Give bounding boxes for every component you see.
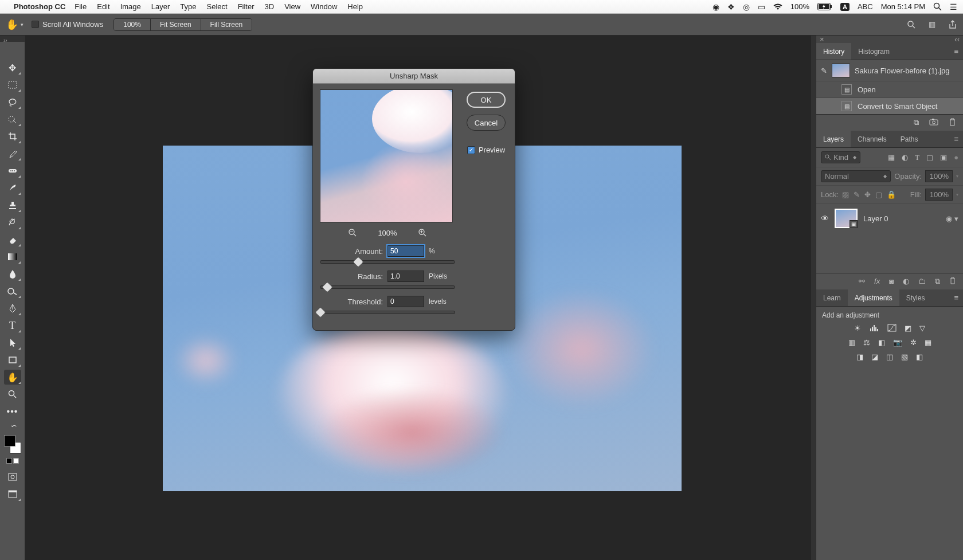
zoom-in-icon[interactable] — [418, 228, 427, 237]
menu-help[interactable]: Help — [347, 2, 363, 11]
share-icon[interactable] — [948, 20, 957, 29]
zoom-out-icon[interactable] — [348, 228, 357, 237]
filter-preview[interactable] — [320, 89, 453, 222]
dodge-tool[interactable] — [4, 284, 21, 299]
default-colors-icon[interactable] — [6, 458, 19, 464]
history-document-row[interactable]: ✎ Sakura Flower-before (1).jpg — [816, 60, 963, 81]
history-step-open[interactable]: ▤ Open — [816, 81, 963, 97]
menu-view[interactable]: View — [284, 2, 300, 11]
menu-layer[interactable]: Layer — [151, 2, 170, 11]
camera-icon[interactable] — [929, 118, 938, 127]
ok-button[interactable]: OK — [467, 92, 506, 108]
filter-smart-icon[interactable]: ▣ — [940, 153, 947, 162]
curves-icon[interactable] — [887, 324, 897, 332]
tab-styles[interactable]: Styles — [899, 289, 932, 306]
tab-layers[interactable]: Layers — [816, 131, 851, 147]
history-step-smart-object[interactable]: ▤ Convert to Smart Object — [816, 97, 963, 114]
menu-window[interactable]: Window — [311, 2, 337, 11]
type-tool[interactable]: T — [4, 318, 21, 333]
zoom-value[interactable]: 100% — [114, 19, 151, 30]
cancel-button[interactable]: Cancel — [467, 115, 506, 131]
menu-edit[interactable]: Edit — [97, 2, 109, 11]
posterize-icon[interactable]: ◪ — [871, 353, 878, 361]
lock-artboard-icon[interactable]: ▢ — [875, 190, 882, 199]
threshold-icon[interactable]: ◫ — [886, 353, 893, 361]
panel-collapse-icon[interactable]: ‹‹ — [954, 35, 960, 44]
brightness-icon[interactable]: ☀ — [854, 324, 861, 332]
input-source-label[interactable]: ABC — [858, 2, 873, 11]
scroll-all-checkbox[interactable] — [32, 21, 39, 28]
fx-icon[interactable]: fx — [874, 277, 880, 286]
radius-input[interactable] — [387, 271, 424, 282]
shape-tool[interactable] — [4, 353, 21, 367]
hand-tool[interactable]: ✋ — [4, 370, 21, 385]
quick-mask-button[interactable] — [4, 469, 21, 484]
eyedropper-tool[interactable] — [4, 146, 21, 161]
marquee-tool[interactable] — [4, 77, 21, 92]
fill-screen-button[interactable]: Fill Screen — [201, 19, 252, 30]
stamp-tool[interactable] — [4, 198, 21, 213]
opacity-value[interactable]: 100% — [925, 170, 953, 182]
fill-value[interactable]: 100% — [925, 189, 953, 201]
filter-adjust-icon[interactable]: ◐ — [902, 153, 908, 162]
lasso-tool[interactable] — [4, 95, 21, 109]
status-wifi-icon[interactable] — [773, 3, 782, 10]
move-tool[interactable]: ✥ — [4, 60, 21, 75]
status-cc-icon[interactable]: ◎ — [743, 2, 750, 11]
invert-icon[interactable]: ◨ — [856, 353, 863, 361]
selective-color-icon[interactable]: ◧ — [916, 353, 923, 361]
menu-3d[interactable]: 3D — [265, 2, 275, 11]
filter-toggle-icon[interactable]: ● — [954, 153, 958, 162]
zoom-tool[interactable] — [4, 387, 21, 402]
dialog-title[interactable]: Unsharp Mask — [313, 69, 515, 84]
filter-kind-dropdown[interactable]: Kind ◆ — [821, 151, 860, 163]
blend-mode-dropdown[interactable]: Normal◆ — [821, 170, 891, 182]
lock-all-icon[interactable]: 🔒 — [887, 190, 896, 199]
lock-transparent-icon[interactable]: ▨ — [842, 190, 849, 199]
hue-icon[interactable]: ▥ — [848, 338, 855, 347]
radius-slider[interactable] — [320, 285, 455, 289]
quick-select-tool[interactable] — [4, 112, 21, 127]
layer-thumbnail[interactable]: ▣ — [835, 209, 858, 228]
color-swatches[interactable] — [3, 434, 22, 455]
tab-history[interactable]: History — [816, 43, 851, 60]
swap-colors-icon[interactable]: ⤺ — [5, 421, 22, 430]
tab-histogram[interactable]: Histogram — [851, 43, 897, 60]
preview-checkbox[interactable]: ✓ — [467, 146, 475, 154]
menu-file[interactable]: File — [75, 2, 87, 11]
group-icon[interactable]: 🗀 — [918, 277, 926, 286]
photo-filter-icon[interactable]: 📷 — [893, 338, 902, 347]
color-lookup-icon[interactable]: ▦ — [925, 338, 931, 347]
status-dropbox-icon[interactable]: ❖ — [727, 2, 735, 11]
history-panel-menu-icon[interactable]: ≡ — [954, 47, 958, 56]
blur-tool[interactable] — [4, 267, 21, 281]
channel-mixer-icon[interactable]: ✲ — [910, 338, 917, 347]
status-battery-icon[interactable] — [817, 3, 832, 10]
menu-select[interactable]: Select — [206, 2, 227, 11]
layer-name[interactable]: Layer 0 — [863, 214, 888, 223]
adjustments-panel-menu-icon[interactable]: ≡ — [954, 293, 958, 302]
pen-tool[interactable] — [4, 301, 21, 316]
vibrance-icon[interactable]: ▽ — [919, 324, 925, 332]
levels-icon[interactable] — [869, 324, 879, 332]
eraser-tool[interactable] — [4, 232, 21, 247]
delete-layer-icon[interactable] — [949, 277, 956, 286]
status-airplay-icon[interactable]: ▭ — [758, 2, 765, 11]
layers-panel-menu-icon[interactable]: ≡ — [954, 135, 958, 143]
gradient-map-icon[interactable]: ▧ — [901, 353, 908, 361]
smart-filter-toggle-icon[interactable]: ◉ ▾ — [946, 214, 958, 223]
app-name[interactable]: Photoshop CC — [14, 2, 65, 11]
status-dnd-icon[interactable]: ◉ — [713, 2, 719, 11]
amount-slider[interactable] — [320, 260, 455, 264]
filter-type-icon[interactable]: T — [915, 153, 919, 162]
link-layers-icon[interactable]: ⚯ — [859, 277, 865, 286]
new-snapshot-icon[interactable]: ⧉ — [914, 118, 919, 127]
brush-tool[interactable] — [4, 181, 21, 195]
menubar-clock[interactable]: Mon 5:14 PM — [881, 2, 925, 11]
filter-pixel-icon[interactable]: ▦ — [888, 153, 895, 162]
edit-toolbar-button[interactable]: ••• — [4, 404, 21, 419]
lock-pixels-icon[interactable]: ✎ — [854, 190, 860, 199]
fit-screen-button[interactable]: Fit Screen — [151, 19, 201, 30]
path-select-tool[interactable] — [4, 335, 21, 350]
amount-input[interactable] — [387, 245, 424, 257]
